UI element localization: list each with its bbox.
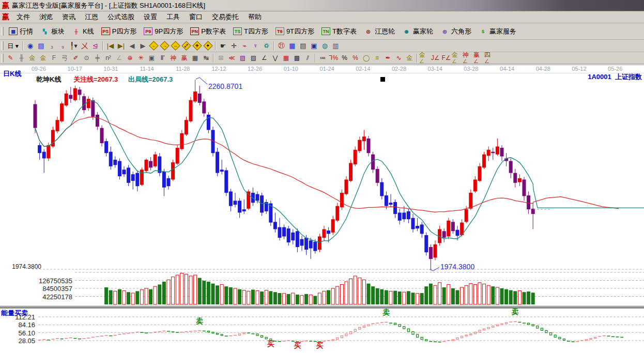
volume-axis-label-0: 126750535 <box>0 277 72 285</box>
buy-signal-marker: 买 <box>294 341 301 349</box>
indicator-axis-label-2: 56.10 <box>0 329 35 337</box>
sell-signal-marker: 卖 <box>382 308 390 316</box>
date-tick-9: 02-14 <box>351 66 374 72</box>
date-tick-2: 10-31 <box>99 66 122 72</box>
date-tick-13: 04-14 <box>496 66 518 72</box>
date-tick-5: 12-12 <box>208 66 231 72</box>
application-window: { "window": {"logo_glyph": "赢", "title":… <box>0 0 644 353</box>
date-tick-14: 04-28 <box>532 66 555 72</box>
indicator-axis-label-0: 112.21 <box>0 313 35 321</box>
chart-svg[interactable]: 2260.87011974.3800卖卖卖买买买 <box>0 0 644 353</box>
buy-signal-marker: 买 <box>316 341 323 349</box>
high-annotation: 2260.8701 <box>208 82 242 90</box>
price-min-label: 1974.3800 <box>0 263 41 270</box>
buy-signal-marker: 买 <box>267 340 274 348</box>
symbol-label: 1A0001 上证指数 <box>588 72 642 82</box>
chart-area[interactable]: 2260.87011974.3800卖卖卖买买买 日K线 09-2610-171… <box>0 64 644 353</box>
date-tick-7: 01-10 <box>280 66 302 72</box>
low-annotation: 1974.3800 <box>440 263 474 271</box>
attention-line-label: 关注线=2067.3 <box>73 75 118 84</box>
date-tick-15: 05-12 <box>568 66 591 72</box>
date-tick-16: 05-26 <box>604 66 626 72</box>
sell-signal-marker: 卖 <box>195 317 203 325</box>
sell-signal-marker: 卖 <box>511 308 519 316</box>
chart-anchor-marker <box>380 77 385 82</box>
symbol-name: 上证指数 <box>615 73 642 81</box>
date-axis: 09-2610-1710-3111-1411-2812-1212-2601-10… <box>0 66 644 73</box>
volume-axis-label-1: 84500357 <box>0 285 72 293</box>
indicator-axis-label-1: 84.16 <box>0 321 35 329</box>
date-tick-0: 09-26 <box>27 66 50 72</box>
date-tick-6: 12-26 <box>243 66 266 72</box>
kline-name-label: 乾坤K线 <box>36 75 61 84</box>
indicator-axis-label-3: 28.05 <box>0 337 35 345</box>
date-tick-1: 10-17 <box>64 66 86 72</box>
date-tick-12: 03-28 <box>459 66 482 72</box>
symbol-code: 1A0001 <box>588 73 611 81</box>
volume-axis-label-2: 42250178 <box>0 293 72 301</box>
date-tick-4: 11-28 <box>172 66 194 72</box>
date-tick-10: 02-28 <box>388 66 410 72</box>
date-tick-3: 11-14 <box>135 66 158 72</box>
date-tick-8: 01-24 <box>316 66 339 72</box>
exit-line-label: 出局线=2067.3 <box>128 75 173 84</box>
date-tick-11: 03-14 <box>424 66 447 72</box>
